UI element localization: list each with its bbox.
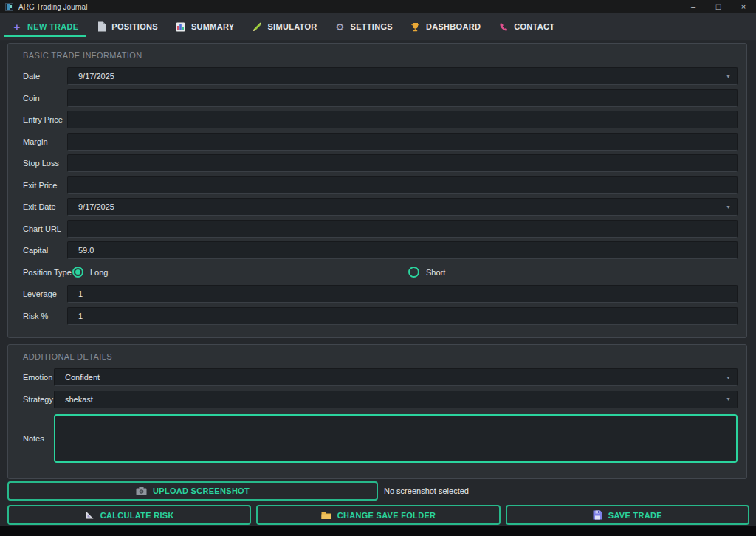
tab-label: SUMMARY: [191, 22, 235, 31]
tab-label: CONTACT: [514, 22, 554, 31]
trophy-icon: [410, 21, 421, 32]
tab-bar: + NEW TRADE POSITIONS SUMMARY SIMULATOR …: [0, 13, 756, 41]
strategy-combo[interactable]: shekast ▼: [54, 391, 738, 408]
tab-label: SETTINGS: [351, 22, 393, 31]
leverage-row: Leverage: [8, 285, 738, 303]
screenshot-status: No screenshot selected: [384, 487, 469, 495]
chart-url-label: Chart URL: [23, 224, 67, 233]
stop-loss-label: Stop Loss: [23, 159, 67, 168]
section-title: BASIC TRADE INFORMATION: [8, 44, 746, 60]
section-title: ADDITIONAL DETAILS: [8, 345, 746, 361]
basic-info-section: BASIC TRADE INFORMATION Date 9/17/2025 ▼…: [7, 43, 747, 338]
emotion-label: Emotion: [23, 373, 54, 382]
tab-label: DASHBOARD: [426, 22, 481, 31]
taskbar-strip: [0, 526, 756, 536]
window-controls: – □ ×: [681, 0, 756, 13]
ruler-icon: [85, 510, 94, 520]
tab-summary[interactable]: SUMMARY: [167, 13, 244, 40]
chevron-down-icon: ▼: [726, 396, 731, 402]
camera-icon: [136, 487, 147, 495]
close-button[interactable]: ×: [731, 0, 756, 13]
chart-url-row: Chart URL: [8, 220, 738, 238]
chevron-down-icon: ▼: [726, 375, 731, 380]
emotion-row: Emotion Confident ▼: [8, 368, 738, 386]
strategy-row: Strategy shekast ▼: [8, 391, 738, 408]
entry-price-input[interactable]: [67, 111, 738, 128]
risk-row: Risk %: [8, 307, 738, 325]
risk-input[interactable]: [67, 307, 738, 325]
titlebar: ARG Trading Journal – □ ×: [0, 0, 756, 13]
chevron-down-icon: ▼: [726, 205, 731, 210]
risk-label: Risk %: [23, 312, 67, 320]
long-radio[interactable]: Long: [72, 264, 108, 281]
action-button-row: CALCULATE RISK CHANGE SAVE FOLDER SAVE T…: [7, 505, 749, 525]
emotion-combo[interactable]: Confident ▼: [54, 368, 738, 386]
margin-input[interactable]: [67, 133, 738, 151]
radio-circle-icon: [408, 267, 419, 278]
entry-price-row: Entry Price: [8, 111, 738, 128]
upload-row: UPLOAD SCREENSHOT No screenshot selected: [7, 481, 749, 501]
chart-icon: [176, 21, 186, 32]
date-row: Date 9/17/2025 ▼: [8, 67, 738, 85]
stop-loss-row: Stop Loss: [8, 154, 738, 172]
tab-positions[interactable]: POSITIONS: [87, 13, 167, 40]
tab-settings[interactable]: ⚙ SETTINGS: [326, 13, 402, 40]
save-trade-button[interactable]: SAVE TRADE: [506, 505, 749, 525]
capital-label: Capital: [23, 246, 67, 255]
maximize-button[interactable]: □: [706, 0, 731, 13]
leverage-label: Leverage: [23, 289, 67, 298]
capital-row: Capital: [8, 241, 738, 259]
date-combo[interactable]: 9/17/2025 ▼: [67, 67, 738, 85]
calculate-risk-button[interactable]: CALCULATE RISK: [7, 505, 251, 525]
position-type-row: Position Type Long Short: [8, 264, 738, 281]
exit-date-row: Exit Date 9/17/2025 ▼: [8, 198, 738, 216]
position-type-label: Position Type: [23, 268, 67, 277]
tab-new-trade[interactable]: + NEW TRADE: [3, 13, 87, 40]
additional-details-section: ADDITIONAL DETAILS Emotion Confident ▼ S…: [7, 344, 747, 479]
phone-icon: [498, 21, 509, 32]
position-type-options: Long Short: [67, 264, 738, 281]
radio-circle-icon: [72, 267, 83, 278]
folder-icon: [321, 511, 331, 520]
tab-dashboard[interactable]: DASHBOARD: [402, 13, 489, 40]
entry-price-label: Entry Price: [23, 115, 67, 124]
tab-label: NEW TRADE: [27, 22, 78, 31]
window-title: ARG Trading Journal: [18, 3, 681, 11]
notes-row: Notes: [8, 414, 738, 463]
tab-simulator[interactable]: SIMULATOR: [243, 13, 326, 40]
upload-screenshot-button[interactable]: UPLOAD SCREENSHOT: [7, 481, 378, 501]
tab-label: SIMULATOR: [267, 22, 317, 31]
exit-date-label: Exit Date: [23, 202, 67, 211]
pencil-icon: [252, 21, 262, 32]
strategy-label: Strategy: [23, 395, 54, 404]
change-save-folder-button[interactable]: CHANGE SAVE FOLDER: [256, 505, 500, 525]
tab-label: POSITIONS: [111, 22, 158, 31]
document-icon: [96, 21, 106, 32]
plus-icon: +: [12, 21, 22, 32]
date-label: Date: [23, 72, 67, 80]
gear-icon: ⚙: [335, 21, 346, 32]
app-icon: [5, 3, 13, 11]
save-icon: [593, 510, 602, 520]
margin-row: Margin: [8, 133, 738, 151]
chart-url-input[interactable]: [67, 220, 738, 238]
tab-contact[interactable]: CONTACT: [489, 13, 563, 40]
coin-label: Coin: [23, 94, 67, 103]
coin-input[interactable]: [67, 89, 738, 107]
stop-loss-input[interactable]: [67, 154, 738, 172]
chevron-down-icon: ▼: [726, 74, 731, 79]
exit-price-input[interactable]: [67, 176, 738, 194]
exit-price-row: Exit Price: [8, 176, 738, 194]
exit-price-label: Exit Price: [23, 181, 67, 190]
exit-date-combo[interactable]: 9/17/2025 ▼: [67, 198, 738, 216]
coin-row: Coin: [8, 89, 738, 107]
leverage-input[interactable]: [67, 285, 738, 303]
notes-textarea[interactable]: [54, 414, 738, 463]
margin-label: Margin: [23, 137, 67, 146]
capital-input[interactable]: [67, 241, 738, 259]
minimize-button[interactable]: –: [681, 0, 706, 13]
short-radio[interactable]: Short: [408, 264, 445, 281]
notes-label: Notes: [23, 434, 54, 443]
